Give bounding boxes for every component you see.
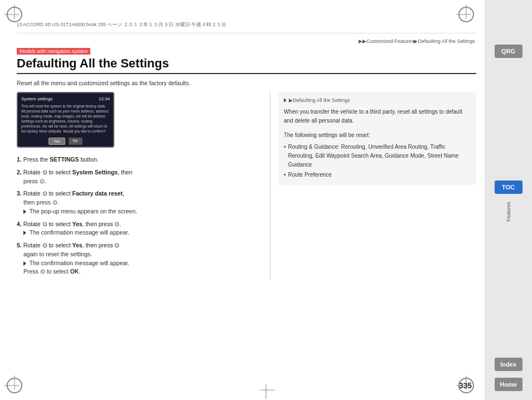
step-2-sub: press ⊙. [23,177,259,186]
step-4-bold: Yes [72,221,82,227]
step-2-bold: System Settings [72,169,118,175]
arrow-icon-3 [23,261,26,266]
info-box: ▶Defaulting All the Settings When you tr… [278,92,476,185]
info-box-title: ▶Defaulting All the Settings [284,96,471,104]
arrow-icon [23,209,26,214]
corner-bl [4,375,25,396]
step-1: 1. Press the SETTINGS button. [17,155,259,164]
file-info-text: 13 ACCORD 4D US-31T2A6000.book 335 ページ ２… [17,22,226,28]
steps-container: 1. Press the SETTINGS button. 2. Rotate … [17,155,259,276]
right-column: ▶Defaulting All the Settings When you tr… [270,92,476,280]
step-4-num: 4. [17,221,22,227]
mid-crosshair [260,384,272,396]
info-box-settings-label: The following settings will be reset: [284,131,471,140]
info-box-title-text: ▶Defaulting All the Settings [289,96,350,104]
breadcrumb-text: ▶▶Customized Features▶Defaulting All the… [359,38,475,44]
screen-buttons: Yes No [21,138,110,145]
two-col-layout: System settings 12:34 This will reset th… [17,92,476,280]
step-3: 3. Rotate ⊙ to select Factory data reset… [17,189,259,216]
right-sidebar: QRG TOC Features Index Home [485,0,532,400]
screen-btn-no: No [69,138,83,145]
section-tag: Models with navigation system [17,48,90,55]
main-content: Models with navigation system Defaulting… [17,47,476,372]
step-5-sub-2: The confirmation message will appear. [23,259,259,268]
arrow-icon-2 [23,231,26,235]
page-title: Defaulting All the Settings [17,56,476,74]
step-3-num: 3. [17,190,22,197]
step-3-sub-1: then press ⊙. [23,198,259,207]
info-box-arrow-icon [284,98,287,103]
screen-btn-yes: Yes [49,138,65,145]
screen-image: System settings 12:34 This will reset th… [17,92,114,148]
step-5-sub-1: again to reset the settings. [23,250,259,259]
step-4: 4. Rotate ⊙ to select Yes, then press ⊙.… [17,220,259,238]
file-info-bar: 13 ACCORD 4D US-31T2A6000.book 335 ページ ２… [17,17,476,33]
bullet-2-text: Route Preference [288,170,331,179]
info-box-bullet-2: Route Preference [284,170,471,179]
step-1-bold: SETTINGS [50,156,79,163]
step-5-num: 5. [17,242,22,248]
subtitle: Reset all the menu and customized settin… [17,80,476,86]
step-5-sub-3: Press ⊙ to select OK. [23,267,259,276]
sidebar-qrg-button[interactable]: QRG [495,45,523,58]
screen-body: This will reset the system to the origin… [21,104,110,134]
bullet-1-text: Routing & Guidance: Rerouting, Unverifie… [288,143,471,169]
screen-time: 12:34 [99,96,110,101]
step-5: 5. Rotate ⊙ to select Yes, then press ⊙ … [17,241,259,276]
left-column: System settings 12:34 This will reset th… [17,92,259,280]
info-box-intro: When you transfer the vehicle to a third… [284,108,471,125]
screen-header: System settings 12:34 [21,96,110,101]
step-2-num: 2. [17,169,22,175]
breadcrumb: ▶▶Customized Features▶Defaulting All the… [357,38,476,44]
info-box-bullet-1: Routing & Guidance: Rerouting, Unverifie… [284,143,471,169]
screen-title: System settings [21,96,52,101]
sidebar-features-label: Features [506,202,511,222]
sidebar-home-button[interactable]: Home [495,378,523,391]
step-2: 2. Rotate ⊙ to select System Settings, t… [17,168,259,186]
step-5-bold: Yes [72,242,82,248]
step-4-sub: The confirmation message will appear. [23,228,259,237]
step-1-num: 1. [17,156,22,163]
step-3-sub-2: The pop-up menu appears on the screen. [23,207,259,216]
step-5-ok: OK [70,268,79,275]
sidebar-index-button[interactable]: Index [495,358,523,371]
sidebar-toc-button[interactable]: TOC [495,181,523,194]
page-number: 335 [459,381,472,390]
step-3-bold: Factory data reset [72,190,122,197]
